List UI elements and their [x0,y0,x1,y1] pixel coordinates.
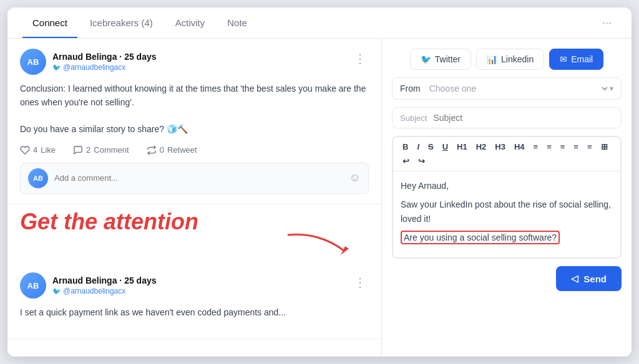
editor-toolbar: B I S U H1 H2 H3 H4 ≡ ≡ ≡ ≡ ≡ ⊞ ↩ ↪ [393,136,621,171]
post-card-1: AB Arnaud Belinga · 25 days 🐦 @arnaudbel… [7,39,381,204]
redo-button[interactable]: ↪ [415,155,428,167]
emoji-icon[interactable]: ☺ [349,171,361,184]
linkedin-channel-button[interactable]: 📊 Linkedin [476,49,544,70]
italic-button[interactable]: I [414,141,422,153]
post-text-2: I set a quick payment link as we haven't… [20,306,369,320]
post-header-left-1: AB Arnaud Belinga · 25 days 🐦 @arnaudbel… [20,49,157,75]
editor-container: B I S U H1 H2 H3 H4 ≡ ≡ ≡ ≡ ≡ ⊞ ↩ ↪ [392,136,622,259]
comment-box-1: AB ☺ [20,163,369,194]
post-header-1: AB Arnaud Belinga · 25 days 🐦 @arnaudbel… [20,49,369,75]
author-handle-1[interactable]: 🐦 @arnaudbelingacx [52,63,157,72]
post-more-button-1[interactable]: ⋮ [351,49,369,69]
table-button[interactable]: ⊞ [598,141,611,153]
author-info-2: Arnaud Belinga · 25 days 🐦 @arnaudbeling… [52,275,157,295]
underline-button[interactable]: U [439,141,451,153]
right-panel: 🐦 Twitter 📊 Linkedin ✉ Email From Choose… [382,39,632,357]
twitter-icon-1: 🐦 [52,64,61,72]
send-button[interactable]: ◁ Send [556,266,622,291]
dropdown-arrow-icon: ▾ [610,84,613,93]
post-header-left-2: AB Arnaud Belinga · 25 days 🐦 @arnaudbel… [20,272,157,299]
twitter-channel-icon: 🐦 [421,54,431,64]
ol-button[interactable]: ≡ [544,141,555,153]
from-field: From Choose one ▾ [392,77,622,100]
subject-label: Subject [400,113,427,123]
email-channel-button[interactable]: ✉ Email [549,49,603,70]
twitter-icon-2: 🐦 [52,287,61,295]
editor-highlight-text: Are you using a social selling software? [401,231,560,244]
comment-button[interactable]: 2 Comment [73,145,129,155]
author-name-1: Arnaud Belinga · 25 days [52,52,157,62]
tab-icebreakers[interactable]: Icebreakers (4) [80,7,163,38]
main-window: Connect Icebreakers (4) Activity Note ··… [7,7,632,357]
comment-input[interactable] [54,173,343,183]
heart-icon [20,145,30,155]
align-right-button[interactable]: ≡ [584,141,595,153]
svg-marker-0 [341,246,349,255]
comment-avatar: AB [28,168,48,188]
twitter-channel-button[interactable]: 🐦 Twitter [410,49,471,70]
bold-button[interactable]: B [399,141,411,153]
post-text-1: Conclusion: I learned without knowing it… [20,82,369,136]
tabs-more-button[interactable]: ··· [597,11,617,34]
undo-button[interactable]: ↩ [399,155,412,167]
post-actions-1: 4 Like 2 Comment 0 Retweet [20,145,369,155]
tab-connect[interactable]: Connect [22,7,77,38]
email-channel-icon: ✉ [560,54,567,64]
editor-greeting: Hey Arnaud, [401,179,613,193]
post-card-2: AB Arnaud Belinga · 25 days 🐦 @arnaudbel… [7,262,381,339]
subject-input[interactable] [433,113,613,123]
tab-activity[interactable]: Activity [165,7,215,38]
send-icon: ◁ [571,273,578,284]
tab-note[interactable]: Note [217,7,257,38]
post-more-button-2[interactable]: ⋮ [351,272,369,292]
h3-button[interactable]: H3 [492,141,509,153]
author-handle-2[interactable]: 🐦 @arnaudbelingacx [52,287,157,295]
channel-selector: 🐦 Twitter 📊 Linkedin ✉ Email [392,49,622,70]
from-label: From [400,84,421,93]
strikethrough-button[interactable]: S [425,141,437,153]
email-editor-body[interactable]: Hey Arnaud, Saw your LinkedIn post about… [393,171,621,258]
list-button[interactable]: ≡ [530,141,542,153]
align-center-button[interactable]: ≡ [570,141,582,153]
left-panel: AB Arnaud Belinga · 25 days 🐦 @arnaudbel… [7,39,382,357]
attention-section: Get the attention [7,204,381,263]
comment-icon [73,145,83,155]
avatar-2: AB [20,272,46,299]
author-info-1: Arnaud Belinga · 25 days 🐦 @arnaudbeling… [52,52,157,72]
h2-button[interactable]: H2 [473,141,490,153]
author-name-2: Arnaud Belinga · 25 days [52,275,157,285]
like-button[interactable]: 4 Like [20,145,56,155]
h4-button[interactable]: H4 [511,141,528,153]
h1-button[interactable]: H1 [454,141,471,153]
tab-bar: Connect Icebreakers (4) Activity Note ··… [7,7,632,39]
align-left-button[interactable]: ≡ [557,141,568,153]
main-content: AB Arnaud Belinga · 25 days 🐦 @arnaudbel… [7,39,632,357]
avatar-1: AB [20,49,46,75]
retweet-icon [147,145,157,155]
linkedin-channel-icon: 📊 [487,54,497,64]
editor-body-text: Saw your LinkedIn post about the rise of… [401,198,613,226]
post-header-2: AB Arnaud Belinga · 25 days 🐦 @arnaudbel… [20,272,369,299]
retweet-button[interactable]: 0 Retweet [147,145,197,155]
from-select[interactable]: Choose one [427,83,610,94]
subject-field: Subject [392,107,622,128]
arrow-icon [281,229,356,260]
